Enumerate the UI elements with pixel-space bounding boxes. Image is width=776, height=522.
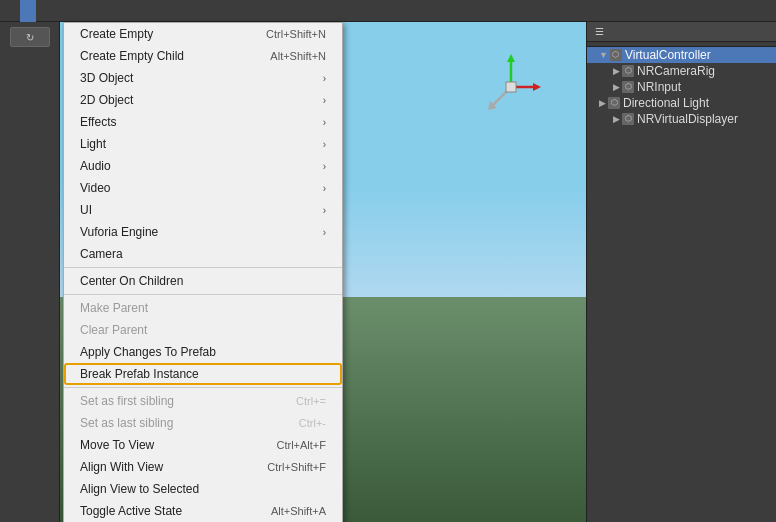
menu-shortcut: Ctrl+Shift+F (267, 461, 326, 473)
svg-rect-6 (506, 82, 516, 92)
hierarchy-item-nrinput[interactable]: ▶⬡NRInput (587, 79, 776, 95)
submenu-arrow-icon: › (323, 139, 326, 150)
gameobject-icon: ⬡ (622, 65, 634, 77)
menu-item-label: UI (80, 203, 92, 217)
submenu-arrow-icon: › (323, 95, 326, 106)
menu-separator-13 (64, 294, 342, 295)
menu-item-label: Light (80, 137, 106, 151)
menu-component[interactable] (36, 0, 52, 22)
menu-item-create-empty[interactable]: Create EmptyCtrl+Shift+N (64, 23, 342, 45)
submenu-arrow-icon: › (323, 73, 326, 84)
menu-item-label: Create Empty (80, 27, 153, 41)
menu-item-label: 3D Object (80, 71, 133, 85)
menu-separator-18 (64, 387, 342, 388)
left-toolbar: ↻ (0, 22, 60, 522)
menu-item-label: Vuforia Engine (80, 225, 158, 239)
menu-item-toggle-active-state[interactable]: Toggle Active StateAlt+Shift+A (64, 500, 342, 522)
svg-marker-1 (507, 54, 515, 62)
expand-triangle-icon[interactable]: ▶ (613, 66, 620, 76)
hierarchy-item-virtualcontroller[interactable]: ▼⬡VirtualController (587, 47, 776, 63)
menu-item-label: Apply Changes To Prefab (80, 345, 216, 359)
menu-item-audio[interactable]: Audio› (64, 155, 342, 177)
menu-item-move-to-view[interactable]: Move To ViewCtrl+Alt+F (64, 434, 342, 456)
hierarchy-item-nrvirtualdisplayer[interactable]: ▶⬡NRVirtualDisplayer (587, 111, 776, 127)
menu-item-center-on-children[interactable]: Center On Children (64, 270, 342, 292)
menu-item-video[interactable]: Video› (64, 177, 342, 199)
menu-item-label: Effects (80, 115, 116, 129)
menu-item-label: Align View to Selected (80, 482, 199, 496)
menu-item-vuforia-engine[interactable]: Vuforia Engine› (64, 221, 342, 243)
menu-assets[interactable] (4, 0, 20, 22)
submenu-arrow-icon: › (323, 117, 326, 128)
gameobject-icon: ⬡ (610, 49, 622, 61)
menu-shortcut: Ctrl+Alt+F (276, 439, 326, 451)
menu-shortcut: Alt+Shift+A (271, 505, 326, 517)
menu-item-label: Create Empty Child (80, 49, 184, 63)
menu-item-label: Toggle Active State (80, 504, 182, 518)
gizmo-area (476, 52, 546, 125)
menu-item-label: Break Prefab Instance (80, 367, 199, 381)
expand-triangle-icon[interactable]: ▶ (599, 98, 606, 108)
hierarchy-item-directional-light[interactable]: ▶⬡Directional Light (587, 95, 776, 111)
menu-item-label: Audio (80, 159, 111, 173)
menu-item-label: Set as first sibling (80, 394, 174, 408)
menu-item-label: Video (80, 181, 110, 195)
svg-marker-3 (533, 83, 541, 91)
expand-triangle-icon[interactable]: ▼ (599, 50, 608, 60)
hierarchy-header: ☰ (587, 22, 776, 42)
menu-item-align-with-view[interactable]: Align With ViewCtrl+Shift+F (64, 456, 342, 478)
hierarchy-item-label: NRInput (637, 80, 681, 94)
submenu-arrow-icon: › (323, 161, 326, 172)
menu-item-light[interactable]: Light› (64, 133, 342, 155)
menu-item-camera[interactable]: Camera (64, 243, 342, 265)
hierarchy-icon: ☰ (595, 26, 604, 37)
hierarchy-item-nrcamerarig[interactable]: ▶⬡NRCameraRig (587, 63, 776, 79)
hierarchy-item-label: Directional Light (623, 96, 709, 110)
menu-shortcut: Ctrl+- (299, 417, 326, 429)
menu-item-clear-parent: Clear Parent (64, 319, 342, 341)
menu-help[interactable] (84, 0, 100, 22)
hierarchy-item-label: VirtualController (625, 48, 711, 62)
menu-item-align-view-to-selected[interactable]: Align View to Selected (64, 478, 342, 500)
menu-nrsdk[interactable] (52, 0, 68, 22)
menu-item-label: 2D Object (80, 93, 133, 107)
toolbar-rotate[interactable]: ↻ (10, 27, 50, 47)
menu-item-set-as-last-sibling: Set as last siblingCtrl+- (64, 412, 342, 434)
gameobject-menu: Create EmptyCtrl+Shift+NCreate Empty Chi… (63, 22, 343, 522)
submenu-arrow-icon: › (323, 183, 326, 194)
menu-separator-11 (64, 267, 342, 268)
menu-bar (0, 0, 776, 22)
menu-item-effects[interactable]: Effects› (64, 111, 342, 133)
menu-item-break-prefab-instance[interactable]: Break Prefab Instance (64, 363, 342, 385)
menu-shortcut: Alt+Shift+N (270, 50, 326, 62)
expand-triangle-icon[interactable]: ▶ (613, 82, 620, 92)
menu-item-2d-object[interactable]: 2D Object› (64, 89, 342, 111)
hierarchy-panel: ☰ ▼⬡VirtualController▶⬡NRCameraRig▶⬡NRIn… (586, 22, 776, 522)
hierarchy-item-label: NRCameraRig (637, 64, 715, 78)
menu-item-make-parent: Make Parent (64, 297, 342, 319)
menu-item-label: Move To View (80, 438, 154, 452)
submenu-arrow-icon: › (323, 205, 326, 216)
menu-shortcut: Ctrl+= (296, 395, 326, 407)
menu-gameobject[interactable] (20, 0, 36, 22)
menu-item-ui[interactable]: UI› (64, 199, 342, 221)
menu-item-label: Clear Parent (80, 323, 147, 337)
hierarchy-items-container: ▼⬡VirtualController▶⬡NRCameraRig▶⬡NRInpu… (587, 47, 776, 127)
menu-item-label: Make Parent (80, 301, 148, 315)
menu-item-3d-object[interactable]: 3D Object› (64, 67, 342, 89)
menu-item-label: Center On Children (80, 274, 183, 288)
scene-gizmo (476, 52, 546, 122)
gameobject-icon: ⬡ (608, 97, 620, 109)
menu-window[interactable] (68, 0, 84, 22)
menu-item-label: Set as last sibling (80, 416, 173, 430)
menu-item-label: Align With View (80, 460, 163, 474)
hierarchy-item-label: NRVirtualDisplayer (637, 112, 738, 126)
menu-shortcut: Ctrl+Shift+N (266, 28, 326, 40)
submenu-arrow-icon: › (323, 227, 326, 238)
gameobject-icon: ⬡ (622, 113, 634, 125)
gameobject-icon: ⬡ (622, 81, 634, 93)
menu-item-apply-changes-to-prefab[interactable]: Apply Changes To Prefab (64, 341, 342, 363)
menu-item-label: Camera (80, 247, 123, 261)
menu-item-create-empty-child[interactable]: Create Empty ChildAlt+Shift+N (64, 45, 342, 67)
expand-triangle-icon[interactable]: ▶ (613, 114, 620, 124)
